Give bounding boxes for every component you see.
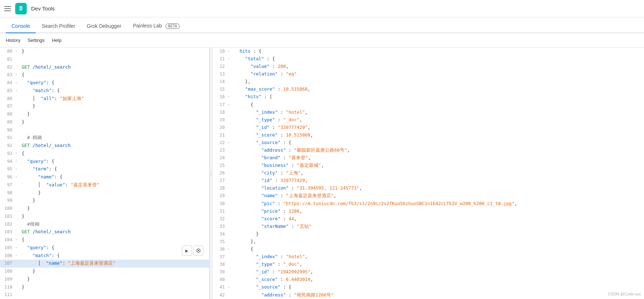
table-row: 23 "address" : "菊园新区嘉唐公路66号", (212, 147, 644, 154)
table-row: 30 "pic" : "https://m.tuniucdn.com/fb3/s… (212, 200, 644, 208)
table-row: 17 ▾ { (212, 101, 644, 109)
table-row: 18 "_index" : "hotel", (212, 109, 644, 116)
nav-tabs: Console Search Profiler Grok Debugger Pa… (0, 17, 644, 33)
table-row: 35 }, (212, 238, 644, 246)
table-row: 109 } (0, 276, 209, 283)
table-row: 40 "_score" : 6.4403014, (212, 276, 644, 283)
table-row: 104 ▾ { (0, 236, 209, 244)
beta-badge: BETA (166, 23, 180, 29)
table-row: 111 (0, 291, 209, 299)
run-button[interactable]: ▶ (182, 246, 192, 256)
tab-console[interactable]: Console (6, 20, 36, 33)
table-row: 24 "brand" : "喜来登", (212, 154, 644, 162)
response-panel[interactable]: 10 ▾ hits : { 11 ▾ "total" : { 12 "value… (212, 48, 644, 299)
editor-panel[interactable]: 80 ▾ } 81 82 GET /hotel/_search 83 ▾ { (0, 48, 210, 299)
app-title: Dev Tools (31, 5, 55, 12)
table-row: 101 } (0, 213, 209, 221)
tab-grok-debugger[interactable]: Grok Debugger (81, 20, 127, 33)
table-row: 96 ▾ "name": { (0, 173, 209, 181)
table-row: 29 "name" : "上海嘉定喜来登酒店", (212, 192, 644, 200)
top-bar: D Dev Tools (0, 0, 644, 17)
table-row: 41 ▾ "_source" : { (212, 283, 644, 291)
tab-search-profiler[interactable]: Search Profiler (36, 20, 81, 33)
table-row: 81 (0, 56, 209, 64)
table-row: 36 ▾ { (212, 246, 644, 253)
app-avatar: D (15, 3, 27, 14)
svg-point-1 (198, 250, 199, 251)
table-row: 21 "_score" : 10.515868, (212, 131, 644, 139)
table-row: 105 ▾ "query": { (0, 244, 209, 252)
main-content: 80 ▾ } 81 82 GET /hotel/_search 83 ▾ { (0, 48, 644, 299)
table-row: 28 "location" : "31.394595, 121.245773", (212, 185, 644, 192)
table-row: 34 } (212, 230, 644, 238)
table-row: 10 ▾ hits : { (212, 48, 644, 55)
table-row: 19 "_type" : "_doc", (212, 116, 644, 124)
table-row: 16 ▾ "hits" : [ (212, 93, 644, 101)
table-row: 25 "business" : "嘉定新城", (212, 162, 644, 169)
subnav-settings[interactable]: Settings (27, 38, 44, 43)
table-row: 90 (0, 126, 209, 134)
sub-nav: History Settings Help 200 (0, 33, 644, 48)
table-row: 15 "max_score" : 10.515868, (212, 86, 644, 93)
subnav-history[interactable]: History (6, 38, 20, 43)
watermark: CSDN @Code-zyc (608, 292, 641, 296)
table-row: 98 } (0, 189, 209, 197)
table-row: 83 ▾ { (0, 71, 209, 79)
table-row: 12 "value" : 200, (212, 63, 644, 70)
table-row: 88 } (0, 110, 209, 118)
action-buttons: ▶ (182, 246, 203, 256)
tab-painless-lab[interactable]: Painless Lab BETA (127, 19, 185, 33)
table-row: 42 "address" : "裕民南路1266号" (212, 291, 644, 299)
table-row: 39 "_id" : "1942992995", (212, 268, 644, 276)
subnav-help[interactable]: Help (52, 38, 61, 43)
table-row: 11 ▾ "total" : { (212, 55, 644, 63)
table-row: 26 "city" : "上海", (212, 169, 644, 177)
table-row: 33 "starName" : "五钻" (212, 223, 644, 230)
table-row: 106 ▾ "match": { (0, 252, 209, 260)
table-row: 32 "score" : 44, (212, 215, 644, 223)
table-row: 95 ▾ "term": { (0, 165, 209, 173)
table-row: 99 } (0, 197, 209, 205)
table-row: 22 ▾ "_source" : { (212, 139, 644, 147)
tools-button[interactable] (193, 246, 203, 256)
table-row: 14 }, (212, 78, 644, 86)
table-row: 20 "_id" : "339777429", (212, 124, 644, 131)
response-code-area: 10 ▾ hits : { 11 ▾ "total" : { 12 "value… (212, 48, 644, 299)
panel-divider[interactable]: ⋮ (210, 48, 212, 299)
table-row: 31 "price" : 1286, (212, 208, 644, 215)
table-row: 85 ▾ "match": { (0, 87, 209, 95)
table-row: 80 ▾ } (0, 48, 209, 56)
table-row: 27 "id" : 339777429, (212, 177, 644, 185)
table-row: 91 # 精确 (0, 134, 209, 142)
table-row: 84 ▾ "query": { (0, 79, 209, 87)
table-row: 93 ▾ { (0, 150, 209, 158)
table-row: 108 } (0, 268, 209, 276)
code-area: 80 ▾ } 81 82 GET /hotel/_search 83 ▾ { (0, 48, 209, 299)
table-row: 13 "relation" : "eq" (212, 70, 644, 78)
table-row: 103 GET /hotel/_search (0, 228, 209, 236)
table-row: 82 GET /hotel/_search (0, 64, 209, 72)
table-row: 89 } (0, 118, 209, 126)
table-row: 110 } (0, 283, 209, 291)
table-row: 107 │ "name": "上海嘉定喜来登酒店" (0, 260, 209, 268)
hamburger-menu[interactable] (4, 6, 11, 11)
table-row: 97 │ "value": "嘉定喜来登" (0, 181, 209, 189)
table-row: 37 "_index" : "hotel", (212, 253, 644, 261)
table-row: 94 ▾ "query": { (0, 158, 209, 166)
table-row: 86 │ "all": "如家上海" (0, 95, 209, 103)
table-row: 102 #模糊 (0, 221, 209, 229)
table-row: 92 GET /hotel/_search (0, 142, 209, 150)
table-row: 100 } (0, 205, 209, 213)
table-row: 38 "_type" : "_doc", (212, 261, 644, 268)
table-row: 87 } (0, 103, 209, 110)
